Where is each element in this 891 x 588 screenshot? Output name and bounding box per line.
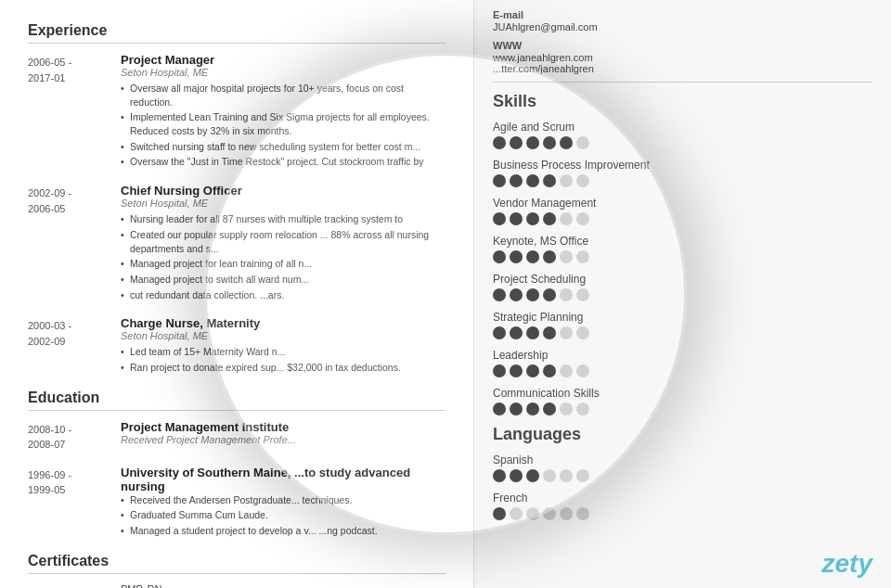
email-value: JUAhlgren@gmail.com — [493, 21, 872, 32]
dot-empty — [576, 326, 589, 339]
dot-filled — [543, 403, 556, 415]
bullets-2: Nursing leader for all 87 nurses with mu… — [121, 212, 446, 301]
skill-dots — [493, 403, 872, 415]
edu-detail-1: Received Project Management Profe... — [121, 434, 446, 445]
language-dots — [493, 507, 872, 520]
education-entry-1: 2008-10 - 2008-07 Project Management Ins… — [28, 420, 446, 453]
company-1: Seton Hospital, ME — [121, 67, 446, 78]
dot-empty — [560, 469, 573, 482]
dot-filled — [510, 136, 523, 149]
divider-1 — [493, 82, 872, 83]
dot-filled — [526, 288, 539, 301]
dot-filled — [560, 136, 573, 149]
bullet-item: Nursing leader for all 87 nurses with mu… — [121, 212, 446, 226]
dot-filled — [543, 288, 556, 301]
dot-empty — [576, 364, 589, 377]
www-value: www.janeahlgren.com ...tter.com/janeahlg… — [493, 52, 872, 74]
language-name: French — [493, 492, 872, 505]
dot-empty — [560, 174, 573, 187]
skill-name: Project Scheduling — [493, 273, 872, 286]
dot-filled — [493, 250, 506, 263]
company-3: Seton Hospital, ME — [121, 330, 446, 341]
dot-empty — [576, 469, 589, 482]
dot-filled — [510, 174, 523, 187]
dot-filled — [510, 364, 523, 377]
date-col-2: 2002-09 - 2006-05 — [28, 184, 121, 303]
language-row: French — [493, 492, 872, 520]
date-col-3: 2000-03 - 2002-09 — [28, 316, 121, 376]
email-label: E-mail — [493, 9, 872, 20]
edu-date-1: 2008-10 - 2008-07 — [28, 420, 121, 453]
bullet-item: Oversaw all major hospital projects for … — [121, 82, 446, 109]
edu-content-1: Project Management Institute Received Pr… — [121, 420, 446, 453]
dot-filled — [493, 364, 506, 377]
skill-name: Agile and Scrum — [493, 121, 872, 134]
entry-content-3: Charge Nurse, Maternity Seton Hospital, … — [121, 316, 446, 376]
bullet-item: Created our popular supply room relocati… — [121, 228, 446, 255]
dot-empty — [576, 403, 589, 415]
experience-entry-2: 2002-09 - 2006-05 Chief Nursing Officer … — [28, 184, 446, 303]
bullet-item: Switched nursing staff to new scheduling… — [121, 140, 446, 154]
skill-name: Vendor Management — [493, 197, 872, 210]
skill-dots — [493, 364, 872, 377]
job-title-1: Project Manager — [121, 53, 446, 67]
language-name: Spanish — [493, 454, 872, 467]
languages-section-title: Languages — [493, 425, 872, 444]
skill-dots — [493, 136, 872, 149]
skills-section-title: Skills — [493, 92, 872, 111]
dot-empty — [560, 288, 573, 301]
dot-filled — [543, 136, 556, 149]
dot-empty — [576, 212, 589, 225]
skill-name: Keynote, MS Office — [493, 235, 872, 248]
dot-empty — [543, 507, 556, 520]
bullet-item: cut redundant data collection. ...ars. — [121, 288, 446, 302]
dot-filled — [493, 403, 506, 415]
job-title-3: Charge Nurse, Maternity — [121, 316, 446, 330]
dot-filled — [510, 469, 523, 482]
bullet-item: Managed project to switch all ward num..… — [121, 273, 446, 287]
dot-empty — [560, 364, 573, 377]
dot-filled — [510, 403, 523, 415]
dot-filled — [510, 288, 523, 301]
skill-row: Project Scheduling — [493, 273, 872, 301]
skill-dots — [493, 326, 872, 339]
dot-filled — [493, 212, 506, 225]
dot-filled — [493, 469, 506, 482]
resume-container: Experience 2006-05 - 2017-01 Project Man… — [0, 0, 891, 588]
dot-filled — [543, 212, 556, 225]
dot-empty — [526, 507, 539, 520]
dot-filled — [493, 174, 506, 187]
languages-list: SpanishFrench — [493, 454, 872, 520]
dot-empty — [543, 469, 556, 482]
dot-filled — [526, 403, 539, 415]
entry-content-2: Chief Nursing Officer Seton Hospital, ME… — [121, 184, 446, 303]
dot-empty — [560, 403, 573, 415]
dot-filled — [526, 212, 539, 225]
bullet-item: Managed a student project to develop a v… — [121, 524, 446, 538]
entry-content-1: Project Manager Seton Hospital, ME Overs… — [121, 53, 446, 171]
skill-dots — [493, 174, 872, 187]
dot-empty — [560, 212, 573, 225]
skill-row: Agile and Scrum — [493, 121, 872, 149]
skill-dots — [493, 250, 872, 263]
school-name-2: University of Southern Maine, ...to stud… — [121, 466, 446, 493]
bullet-item: Managed project for lean training of all… — [121, 257, 446, 271]
skill-name: Business Process Improvement — [493, 159, 872, 172]
bullets-3: Led team of 15+ Maternity Ward n... Ran … — [121, 345, 446, 374]
dot-empty — [510, 507, 523, 520]
edu-content-2: University of Southern Maine, ...to stud… — [121, 466, 446, 540]
skill-row: Strategic Planning — [493, 311, 872, 339]
dot-empty — [560, 507, 573, 520]
skills-list: Agile and ScrumBusiness Process Improvem… — [493, 121, 872, 415]
education-entry-2: 1996-09 - 1999-05 University of Southern… — [28, 466, 446, 540]
dot-empty — [576, 250, 589, 263]
skill-dots — [493, 288, 872, 301]
certificates-section-title: Certificates — [28, 553, 446, 574]
skill-row: Keynote, MS Office — [493, 235, 872, 263]
language-row: Spanish — [493, 454, 872, 482]
dot-filled — [493, 326, 506, 339]
bullet-item: Led team of 15+ Maternity Ward n... — [121, 345, 446, 359]
dot-empty — [560, 326, 573, 339]
bullet-item: Implemented Lean Training and Six Sigma … — [121, 110, 446, 137]
edu-bullets-2: Received the Andersen Postgraduate... te… — [121, 493, 446, 538]
